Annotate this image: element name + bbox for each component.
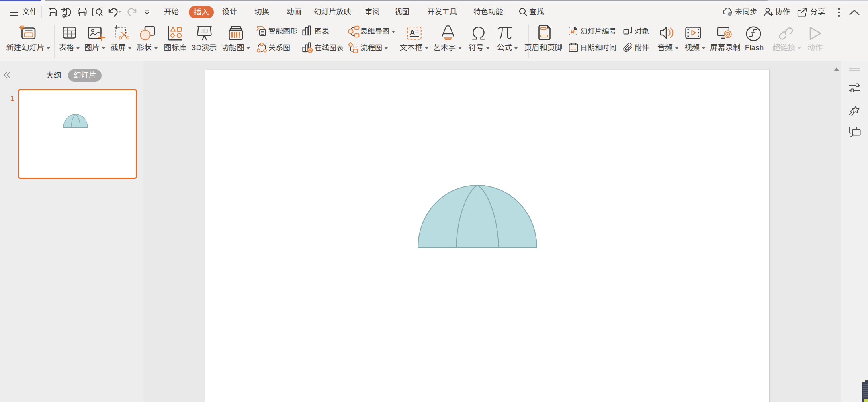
- svg-text:A: A: [410, 29, 415, 37]
